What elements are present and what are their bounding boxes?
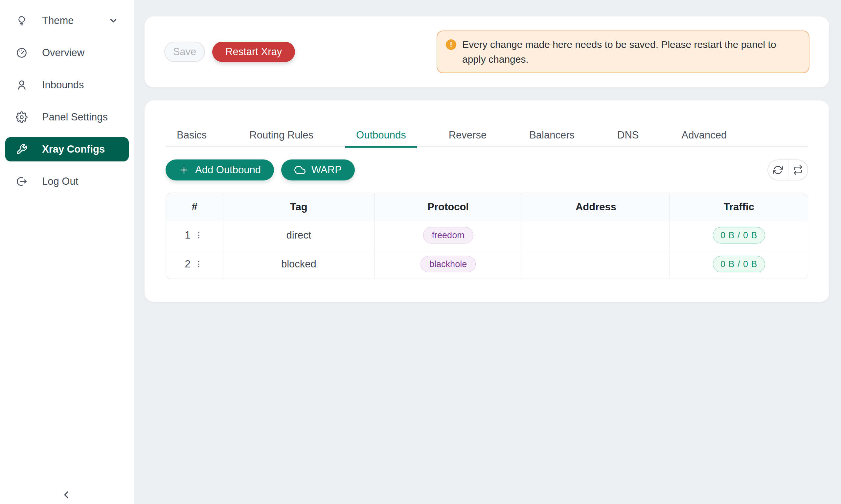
tab-routing-rules[interactable]: Routing Rules — [238, 126, 325, 148]
config-tabs: Basics Routing Rules Outbounds Reverse B… — [166, 101, 808, 147]
toggle-view-button[interactable] — [788, 160, 807, 180]
gauge-icon — [16, 47, 28, 59]
warning-alert: Every change made here needs to be saved… — [436, 31, 809, 73]
chevron-down-icon — [108, 16, 118, 25]
outbounds-table: # Tag Protocol Address Traffic 1 — [166, 193, 808, 279]
wrench-icon — [16, 143, 28, 155]
column-header-address: Address — [522, 193, 670, 221]
row-number: 2 — [185, 258, 190, 270]
sidebar-item-inbounds[interactable]: Inbounds — [5, 73, 129, 97]
cell-tag: blocked — [223, 250, 375, 279]
refresh-button[interactable] — [768, 160, 788, 180]
sidebar-item-label: Theme — [42, 15, 73, 26]
cloud-icon — [294, 164, 306, 176]
column-header-traffic: Traffic — [670, 193, 808, 221]
refresh-icon — [773, 165, 783, 175]
table-header-row: # Tag Protocol Address Traffic — [166, 193, 808, 221]
add-outbound-label: Add Outbound — [195, 164, 261, 176]
user-icon — [16, 79, 28, 91]
traffic-badge: 0 B / 0 B — [713, 227, 765, 244]
outbounds-controls: Add Outbound WARP — [166, 160, 808, 180]
cell-tag: direct — [223, 221, 375, 250]
sidebar-item-label: Overview — [42, 47, 84, 59]
logout-icon — [16, 176, 28, 187]
row-menu-button[interactable] — [193, 230, 204, 241]
table-row: 2 blocked blackhole — [166, 250, 808, 279]
sidebar-item-label: Xray Configs — [42, 143, 105, 155]
tab-outbounds[interactable]: Outbounds — [345, 126, 417, 148]
table-row: 1 direct freedom — [166, 221, 808, 250]
xray-configs-card: Basics Routing Rules Outbounds Reverse B… — [144, 101, 829, 302]
tab-advanced[interactable]: Advanced — [670, 126, 738, 148]
sidebar-item-overview[interactable]: Overview — [5, 41, 129, 65]
column-header-num: # — [166, 193, 223, 221]
cell-address — [522, 221, 670, 250]
traffic-badge: 0 B / 0 B — [713, 256, 765, 272]
warning-alert-text: Every change made here needs to be saved… — [462, 37, 799, 67]
sidebar-item-xray-configs[interactable]: Xray Configs — [5, 137, 129, 161]
column-header-protocol: Protocol — [375, 193, 522, 221]
tab-balancers[interactable]: Balancers — [518, 126, 586, 148]
sidebar-item-label: Panel Settings — [42, 111, 108, 123]
tab-reverse[interactable]: Reverse — [437, 126, 498, 148]
protocol-badge: freedom — [423, 227, 474, 244]
restart-xray-button[interactable]: Restart Xray — [212, 42, 295, 62]
tab-basics[interactable]: Basics — [166, 126, 218, 148]
vertical-dots-icon — [194, 260, 203, 268]
sidebar: Theme Overview Inbounds — [0, 0, 134, 504]
warp-label: WARP — [311, 164, 342, 176]
table-tools-group — [768, 160, 808, 180]
sidebar-nav: Theme Overview Inbounds — [0, 0, 134, 194]
tab-dns[interactable]: DNS — [606, 126, 650, 148]
column-header-tag: Tag — [223, 193, 375, 221]
row-menu-button[interactable] — [193, 258, 204, 270]
protocol-badge: blackhole — [420, 256, 476, 272]
vertical-dots-icon — [194, 231, 203, 239]
exclamation-circle-icon — [446, 39, 456, 50]
sidebar-item-log-out[interactable]: Log Out — [5, 169, 129, 194]
sidebar-item-theme[interactable]: Theme — [5, 8, 129, 33]
warp-button[interactable]: WARP — [281, 160, 355, 180]
sidebar-item-label: Inbounds — [42, 79, 84, 91]
plus-icon — [179, 165, 189, 175]
cell-address — [522, 250, 670, 279]
lightbulb-icon — [16, 15, 28, 26]
add-outbound-button[interactable]: Add Outbound — [166, 160, 274, 180]
row-number: 1 — [185, 229, 190, 241]
repeat-icon — [793, 165, 803, 175]
toolbar: Save Restart Xray Every change made here… — [144, 16, 829, 87]
sidebar-item-label: Log Out — [42, 176, 78, 187]
gear-icon — [16, 111, 28, 123]
sidebar-collapse-button[interactable] — [59, 488, 73, 502]
sidebar-item-panel-settings[interactable]: Panel Settings — [5, 105, 129, 129]
save-button[interactable]: Save — [164, 42, 205, 62]
chevron-left-icon — [60, 489, 73, 501]
toolbar-card: Save Restart Xray Every change made here… — [144, 16, 829, 87]
